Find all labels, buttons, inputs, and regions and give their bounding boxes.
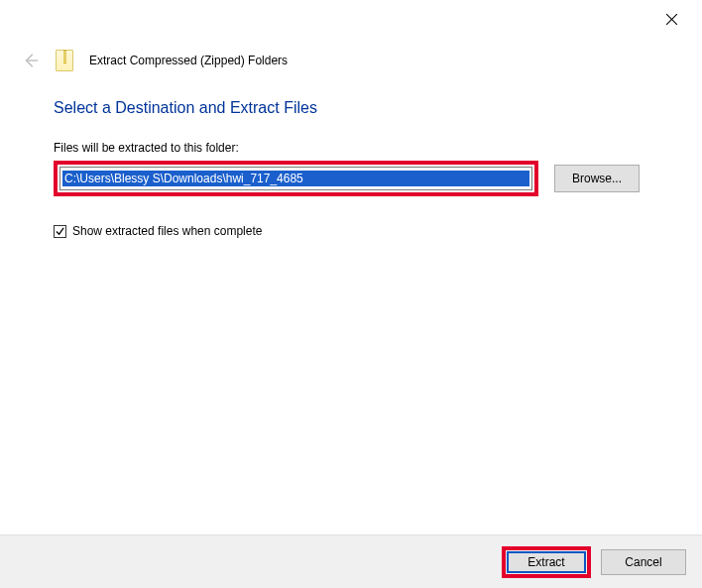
wizard-heading: Select a Destination and Extract Files [54, 99, 648, 117]
zip-folder-icon [56, 50, 73, 71]
back-arrow-icon [22, 52, 40, 69]
browse-button[interactable]: Browse... [554, 165, 640, 192]
titlebar [0, 0, 702, 38]
path-label: Files will be extracted to this folder: [54, 141, 648, 155]
destination-path-field-wrap[interactable] [59, 167, 532, 190]
close-button[interactable] [648, 4, 694, 34]
close-icon [666, 14, 677, 25]
cancel-button[interactable]: Cancel [601, 549, 686, 575]
extract-button[interactable]: Extract [507, 551, 586, 573]
wizard-header: Extract Compressed (Zipped) Folders [0, 38, 702, 71]
wizard-content: Select a Destination and Extract Files F… [0, 71, 702, 238]
destination-path-input[interactable] [62, 171, 529, 186]
checkmark-icon [56, 227, 64, 236]
wizard-footer: Extract Cancel [0, 534, 702, 588]
window-title: Extract Compressed (Zipped) Folders [89, 54, 288, 67]
back-button [22, 52, 40, 69]
extract-highlight-annotation: Extract [502, 546, 591, 578]
path-highlight-annotation [54, 161, 538, 196]
show-files-label: Show extracted files when complete [72, 224, 262, 238]
show-files-checkbox[interactable] [54, 225, 66, 238]
